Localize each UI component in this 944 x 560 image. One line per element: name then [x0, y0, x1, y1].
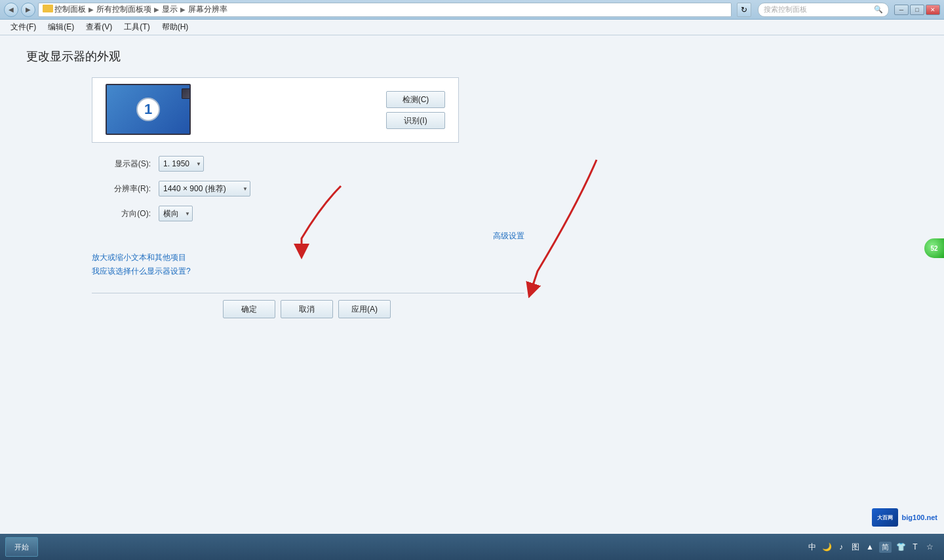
orientation-label: 方向(O): — [92, 208, 151, 219]
monitor-number: 1 — [136, 98, 160, 121]
title-bar-nav: ◀ ▶ 控制面板 ▶ 所有控制面板项 ▶ 显示 ▶ 屏幕分辨率 ↻ 搜索控制面板… — [4, 3, 889, 17]
logo-text: 大百网 — [877, 514, 893, 521]
resolution-label: 分辨率(R): — [92, 183, 151, 195]
title-bar: ◀ ▶ 控制面板 ▶ 所有控制面板项 ▶ 显示 ▶ 屏幕分辨率 ↻ 搜索控制面板… — [0, 0, 944, 20]
orientation-select-wrapper: 横向 ▼ — [159, 206, 193, 221]
apply-button[interactable]: 应用(A) — [338, 300, 391, 318]
monitor-image: 1 — [106, 84, 191, 135]
red-arrow-confirm — [492, 153, 610, 304]
links-section: 放大或缩小文本和其他项目 我应该选择什么显示器设置? — [92, 252, 918, 277]
tray-icon-shirt: 👕 — [895, 542, 906, 552]
cancel-button[interactable]: 取消 — [281, 300, 333, 318]
maximize-button[interactable]: □ — [910, 5, 924, 15]
tray-icon-zh[interactable]: 中 — [807, 542, 817, 552]
confirm-button[interactable]: 确定 — [223, 300, 275, 318]
breadcrumb: 控制面板 ▶ 所有控制面板项 ▶ 显示 ▶ 屏幕分辨率 — [38, 3, 732, 17]
identify-button[interactable]: 识别(I) — [386, 112, 445, 129]
search-placeholder: 搜索控制面板 — [764, 5, 807, 14]
orientation-row: 方向(O): 横向 ▼ — [92, 206, 459, 221]
resolution-select-wrapper: 1440 × 900 (推荐) ▼ — [159, 181, 250, 196]
folder-icon — [43, 5, 54, 14]
breadcrumb-item-3[interactable]: 显示 — [162, 4, 178, 15]
search-icon[interactable]: 🔍 — [874, 5, 883, 14]
breadcrumb-sep-3: ▶ — [180, 6, 186, 13]
taskbar: 开始 中 🌙 ♪ 图 ▲ 简 👕 T ☆ — [0, 534, 944, 560]
action-buttons: 检测(C) 识别(I) — [386, 91, 445, 129]
menu-help[interactable]: 帮助(H) — [157, 20, 194, 34]
watermark-url: big100.net — [902, 513, 937, 521]
orientation-select[interactable]: 横向 — [159, 206, 193, 221]
breadcrumb-item-2[interactable]: 所有控制面板项 — [96, 4, 151, 15]
tray-icon-music: ♪ — [836, 542, 846, 552]
watermark-area: 大百网 big100.net — [872, 508, 937, 527]
breadcrumb-item-1[interactable]: 控制面板 — [54, 4, 86, 15]
lang-indicator[interactable]: 简 — [879, 542, 892, 553]
display-select-wrapper: 1. 1950 ▼ — [159, 156, 204, 172]
minimize-button[interactable]: ─ — [894, 5, 909, 15]
back-button[interactable]: ◀ — [4, 3, 18, 17]
detect-button[interactable]: 检测(C) — [386, 91, 445, 108]
green-circle-badge: 52 — [924, 238, 944, 258]
enlarge-link[interactable]: 放大或缩小文本和其他项目 — [92, 252, 918, 263]
refresh-button[interactable]: ↻ — [737, 3, 751, 17]
display-row: 显示器(S): 1. 1950 ▼ — [92, 156, 459, 172]
tray-icon-t: T — [910, 542, 920, 552]
search-bar: 搜索控制面板 🔍 — [758, 3, 889, 17]
display-label: 显示器(S): — [92, 159, 151, 170]
settings-section: 显示器(S): 1. 1950 ▼ 分辨率(R): 1440 × 900 (推荐… — [92, 156, 459, 221]
menu-edit[interactable]: 编辑(E) — [43, 20, 79, 34]
menu-file[interactable]: 文件(F) — [5, 20, 41, 34]
tray-icon-moon: 🌙 — [821, 542, 832, 552]
window-controls: ─ □ ✕ — [894, 5, 940, 15]
breadcrumb-sep-2: ▶ — [154, 6, 159, 13]
tray-icon-star: ☆ — [924, 542, 935, 552]
page-title: 更改显示器的外观 — [26, 48, 918, 64]
tray-icon-net: 图 — [850, 542, 861, 552]
menu-bar: 文件(F) 编辑(E) 查看(V) 工具(T) 帮助(H) — [0, 20, 944, 35]
monitor-mini-icon — [182, 88, 191, 99]
watermark-logo: 大百网 — [872, 508, 898, 527]
system-tray: 中 🌙 ♪ 图 ▲ 简 👕 T ☆ — [807, 542, 939, 553]
advanced-link[interactable]: 高级设置 — [92, 231, 524, 242]
menu-tools[interactable]: 工具(T) — [119, 20, 155, 34]
menu-view[interactable]: 查看(V) — [81, 20, 117, 34]
resolution-select[interactable]: 1440 × 900 (推荐) — [159, 181, 250, 196]
tray-icon-up: ▲ — [865, 542, 875, 552]
start-button[interactable]: 开始 — [5, 537, 38, 557]
forward-button[interactable]: ▶ — [21, 3, 35, 17]
breadcrumb-sep-1: ▶ — [88, 6, 94, 13]
breadcrumb-item-4: 屏幕分辨率 — [188, 4, 227, 15]
monitor-preview: 1 — [106, 84, 197, 136]
display-select[interactable]: 1. 1950 — [159, 156, 204, 172]
monitor-section: 1 检测(C) 识别(I) — [92, 77, 459, 143]
main-content: 更改显示器的外观 1 检测(C) 识别(I) 显示器(S): 1. 1950 ▼ — [0, 35, 944, 559]
resolution-row: 分辨率(R): 1440 × 900 (推荐) ▼ — [92, 181, 459, 196]
close-button[interactable]: ✕ — [926, 5, 940, 15]
bottom-buttons: 确定 取消 应用(A) — [92, 293, 524, 318]
settings-link[interactable]: 我应该选择什么显示器设置? — [92, 266, 918, 277]
